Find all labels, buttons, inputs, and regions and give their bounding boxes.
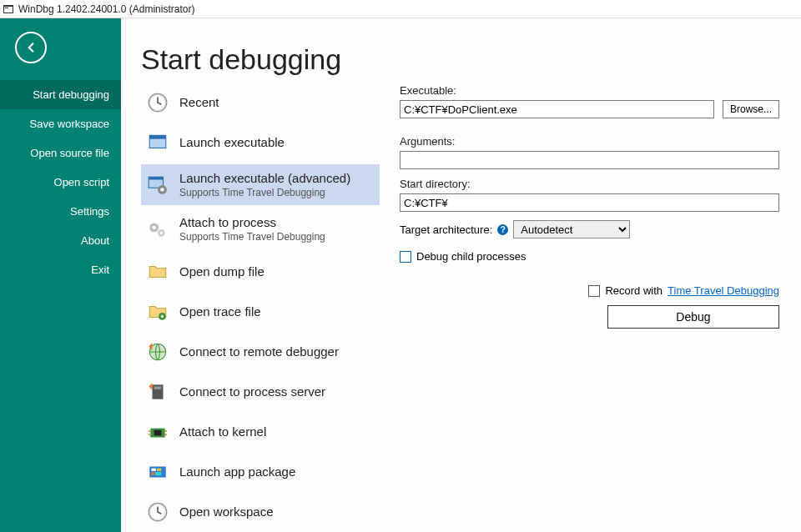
sidebar-item-save-workspace[interactable]: Save workspace <box>0 109 121 138</box>
method-attach-process[interactable]: Attach to process Supports Time Travel D… <box>141 208 380 249</box>
method-launch-executable-advanced[interactable]: Launch executable (advanced) Supports Ti… <box>141 164 380 205</box>
svg-rect-6 <box>149 135 166 138</box>
method-launch-executable[interactable]: Launch executable <box>141 124 380 161</box>
window-gear-icon <box>146 173 169 197</box>
svg-point-14 <box>160 232 163 234</box>
titlebar: WinDbg 1.2402.24001.0 (Administrator) <box>0 0 801 18</box>
svg-rect-22 <box>149 434 150 435</box>
exe-label: Executable: <box>400 84 779 97</box>
exe-input[interactable] <box>400 100 714 118</box>
debug-child-checkbox[interactable] <box>400 251 411 263</box>
method-label: Launch executable <box>179 135 285 150</box>
method-list: Recent Launch executable Launch executab… <box>141 84 380 532</box>
folder-icon <box>146 260 169 284</box>
svg-rect-8 <box>149 177 163 179</box>
startdir-input[interactable] <box>400 193 779 212</box>
page-title: Start debugging <box>141 43 781 76</box>
svg-rect-28 <box>151 472 154 475</box>
method-open-workspace[interactable]: Open workspace <box>141 494 380 530</box>
debug-child-label: Debug child processes <box>416 250 526 263</box>
method-connect-process-server[interactable]: Connect to process server <box>141 374 380 410</box>
arch-label: Target architecture: <box>400 223 492 236</box>
svg-point-10 <box>160 188 164 191</box>
app-icon <box>2 3 15 16</box>
svg-rect-24 <box>165 434 167 435</box>
sidebar-item-label: Open script <box>54 176 109 188</box>
record-label: Record with <box>605 284 662 297</box>
chip-icon <box>146 420 169 444</box>
method-open-trace[interactable]: Open trace file <box>141 294 380 330</box>
method-connect-remote[interactable]: Connect to remote debugger <box>141 334 380 370</box>
method-launch-app-package[interactable]: Launch app package <box>141 454 380 490</box>
sidebar-item-label: Exit <box>91 263 109 276</box>
method-label: Attach to process <box>179 215 325 230</box>
folder-arrow-icon <box>146 300 169 324</box>
svg-rect-2 <box>5 8 8 8</box>
method-open-dump[interactable]: Open dump file <box>141 253 380 290</box>
server-arrow-icon <box>146 380 169 404</box>
startdir-label: Start directory: <box>400 178 779 190</box>
method-label: Recent <box>179 95 219 110</box>
args-input[interactable] <box>400 151 779 169</box>
method-label: Open dump file <box>179 264 264 279</box>
sidebar-item-about[interactable]: About <box>0 226 121 255</box>
svg-rect-27 <box>157 468 161 470</box>
arch-select[interactable]: Autodetect <box>513 220 630 238</box>
sidebar-item-open-source-file[interactable]: Open source file <box>0 138 121 168</box>
method-label: Open trace file <box>179 304 261 319</box>
sidebar-item-settings[interactable]: Settings <box>0 197 121 226</box>
back-button[interactable] <box>15 32 47 63</box>
method-recent[interactable]: Recent <box>141 84 380 121</box>
method-label: Launch executable (advanced) <box>179 171 350 186</box>
svg-rect-26 <box>151 468 155 470</box>
sidebar-item-open-script[interactable]: Open script <box>0 168 121 197</box>
svg-rect-21 <box>149 430 150 432</box>
method-attach-kernel[interactable]: Attach to kernel <box>141 414 380 450</box>
ttd-link[interactable]: Time Travel Debugging <box>668 284 779 297</box>
sidebar-item-label: Start debugging <box>33 88 109 101</box>
record-ttd-checkbox[interactable] <box>588 285 600 297</box>
method-label: Connect to process server <box>179 384 325 399</box>
form-panel: Executable: Browse... Arguments: Start d… <box>400 84 781 532</box>
svg-rect-18 <box>154 386 162 389</box>
sidebar-item-start-debugging[interactable]: Start debugging <box>0 80 121 109</box>
sidebar-item-label: Settings <box>70 205 109 218</box>
titlebar-text: WinDbg 1.2402.24001.0 (Administrator) <box>18 3 194 15</box>
help-icon[interactable]: ? <box>497 224 508 235</box>
method-label: Attach to kernel <box>179 424 266 439</box>
method-sublabel: Supports Time Travel Debugging <box>179 231 325 243</box>
globe-arrow-icon <box>146 340 169 364</box>
gears-icon <box>146 218 169 241</box>
sidebar-item-label: Open source file <box>30 147 109 159</box>
sidebar: Start debugging Save workspace Open sour… <box>0 18 121 532</box>
svg-rect-23 <box>165 430 167 432</box>
method-label: Launch app package <box>179 464 295 479</box>
browse-button[interactable]: Browse... <box>723 100 779 118</box>
method-sublabel: Supports Time Travel Debugging <box>179 187 350 198</box>
method-label: Connect to remote debugger <box>179 344 339 359</box>
sidebar-item-label: Save workspace <box>30 118 109 130</box>
args-label: Arguments: <box>400 135 779 148</box>
sidebar-item-label: About <box>81 234 109 247</box>
clock-icon <box>146 91 169 114</box>
method-label: Open workspace <box>179 504 274 519</box>
window-icon <box>146 131 169 154</box>
svg-rect-29 <box>155 472 162 475</box>
svg-rect-20 <box>154 430 162 436</box>
sidebar-item-exit[interactable]: Exit <box>0 255 121 284</box>
debug-button[interactable]: Debug <box>607 305 779 329</box>
svg-point-12 <box>153 226 156 229</box>
apps-icon <box>146 460 169 484</box>
clock-icon <box>146 500 169 524</box>
